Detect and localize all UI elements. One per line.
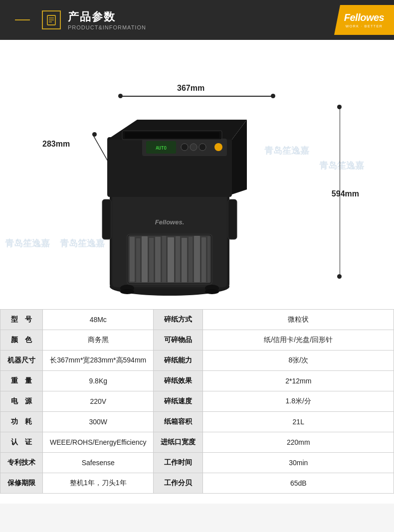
- spec-value-right-0: 微粒状: [203, 310, 394, 330]
- svg-text:Fellowes.: Fellowes.: [155, 218, 185, 226]
- fellowes-logo: Fellowes WORK · BETTER: [334, 5, 394, 35]
- svg-rect-11: [149, 238, 154, 282]
- spec-label-right-7: 工作时间: [154, 453, 203, 473]
- header-text: 产品参数 PRODUCT&INFORMATION: [68, 9, 146, 30]
- table-row: 功 耗 300W 纸箱容积 21L: [0, 412, 394, 432]
- page-header: 产品参数 PRODUCT&INFORMATION Fellowes WORK ·…: [0, 0, 394, 40]
- spec-label-left-6: 认 证: [0, 432, 43, 453]
- table-row: 认 证 WEEE/ROHS/EnergyEfficiency 进纸口宽度 220…: [0, 432, 394, 453]
- spec-value-right-7: 30min: [203, 453, 394, 473]
- svg-rect-12: [155, 237, 161, 282]
- table-row: 重 量 9.8Kg 碎纸效果 2*12mm: [0, 371, 394, 391]
- spec-label-right-1: 可碎物品: [154, 330, 203, 351]
- svg-rect-13: [162, 236, 166, 282]
- table-row: 保修期限 整机1年，刀头1年 工作分贝 65dB: [0, 473, 394, 494]
- dimension-diagram: 367mm 283mm 594mm: [27, 60, 367, 299]
- dim-depth-label: 283mm: [42, 140, 70, 149]
- svg-rect-32: [228, 199, 237, 239]
- spec-value-right-5: 21L: [203, 412, 394, 432]
- svg-rect-8: [130, 237, 135, 282]
- svg-point-35: [120, 289, 134, 294]
- table-row: 颜 色 商务黑 可碎物品 纸/信用卡/光盘/回形针: [0, 330, 394, 351]
- spec-value-left-5: 300W: [43, 412, 154, 432]
- spec-value-right-3: 2*12mm: [203, 371, 394, 391]
- spec-value-left-4: 220V: [43, 391, 154, 412]
- spec-value-right-1: 纸/信用卡/光盘/回形针: [203, 330, 394, 351]
- svg-point-36: [205, 289, 219, 294]
- spec-label-right-8: 工作分贝: [154, 473, 203, 494]
- spec-label-left-0: 型 号: [0, 310, 43, 330]
- spec-label-right-5: 纸箱容积: [154, 412, 203, 432]
- svg-rect-15: [176, 236, 180, 282]
- header-divider-left: [15, 19, 30, 20]
- spec-label-left-1: 颜 色: [0, 330, 43, 351]
- spec-label-left-5: 功 耗: [0, 412, 43, 432]
- spec-label-right-2: 碎纸能力: [154, 351, 203, 371]
- svg-rect-16: [182, 238, 187, 282]
- svg-rect-17: [189, 237, 193, 282]
- spec-value-right-2: 8张/次: [203, 351, 394, 371]
- svg-rect-18: [194, 236, 200, 282]
- logo-sub-text: WORK · BETTER: [346, 24, 383, 28]
- header-subtitle: PRODUCT&INFORMATION: [68, 24, 146, 30]
- svg-point-24: [181, 144, 188, 151]
- spec-label-right-6: 进纸口宽度: [154, 432, 203, 453]
- product-image-area: 青岛笙逸嘉 青岛笙逸嘉 青岛笙逸嘉 青岛笙逸嘉 367mm 283mm 594m…: [0, 40, 394, 309]
- spec-label-left-4: 电 源: [0, 391, 43, 412]
- dim-height-label: 594mm: [332, 189, 359, 198]
- logo-main-text: Fellowes: [344, 12, 384, 23]
- svg-rect-29: [125, 132, 219, 138]
- spec-label-left-8: 保修期限: [0, 473, 43, 494]
- spec-table: 型 号 48Mc 碎纸方式 微粒状 颜 色 商务黑 可碎物品 纸/信用卡/光盘/…: [0, 309, 394, 494]
- table-row: 机器尺寸 长367mm*宽283mm*高594mm 碎纸能力 8张/次: [0, 351, 394, 371]
- svg-rect-19: [201, 237, 206, 282]
- spec-label-right-0: 碎纸方式: [154, 310, 203, 330]
- spec-table-wrapper: 型 号 48Mc 碎纸方式 微粒状 颜 色 商务黑 可碎物品 纸/信用卡/光盘/…: [0, 309, 394, 504]
- spec-value-left-7: Safesense: [43, 453, 154, 473]
- table-row: 电 源 220V 碎纸速度 1.8米/分: [0, 391, 394, 412]
- svg-rect-10: [142, 236, 148, 282]
- svg-rect-20: [207, 236, 210, 282]
- header-title: 产品参数: [68, 9, 146, 24]
- spec-label-left-7: 专利技术: [0, 453, 43, 473]
- spec-value-right-6: 220mm: [203, 432, 394, 453]
- svg-rect-14: [168, 237, 174, 282]
- svg-point-26: [199, 144, 206, 151]
- spec-value-left-3: 9.8Kg: [43, 371, 154, 391]
- header-left: 产品参数 PRODUCT&INFORMATION: [15, 9, 160, 30]
- spec-value-right-4: 1.8米/分: [203, 391, 394, 412]
- spec-label-right-4: 碎纸速度: [154, 391, 203, 412]
- svg-point-27: [214, 143, 222, 151]
- table-row: 型 号 48Mc 碎纸方式 微粒状: [0, 310, 394, 330]
- product-info-icon: [42, 10, 61, 29]
- svg-point-25: [190, 144, 197, 151]
- svg-rect-9: [136, 238, 140, 282]
- spec-label-left-2: 机器尺寸: [0, 351, 43, 371]
- spec-label-left-3: 重 量: [0, 371, 43, 391]
- shredder-illustration: AUTO Fellowes.: [77, 90, 262, 299]
- spec-value-left-2: 长367mm*宽283mm*高594mm: [43, 351, 154, 371]
- table-row: 专利技术 Safesense 工作时间 30min: [0, 453, 394, 473]
- spec-label-right-3: 碎纸效果: [154, 371, 203, 391]
- spec-value-left-0: 48Mc: [43, 310, 154, 330]
- svg-rect-31: [102, 199, 111, 239]
- spec-value-left-1: 商务黑: [43, 330, 154, 351]
- spec-value-left-8: 整机1年，刀头1年: [43, 473, 154, 494]
- svg-text:AUTO: AUTO: [156, 146, 167, 151]
- spec-value-right-8: 65dB: [203, 473, 394, 494]
- spec-value-left-6: WEEE/ROHS/EnergyEfficiency: [43, 432, 154, 453]
